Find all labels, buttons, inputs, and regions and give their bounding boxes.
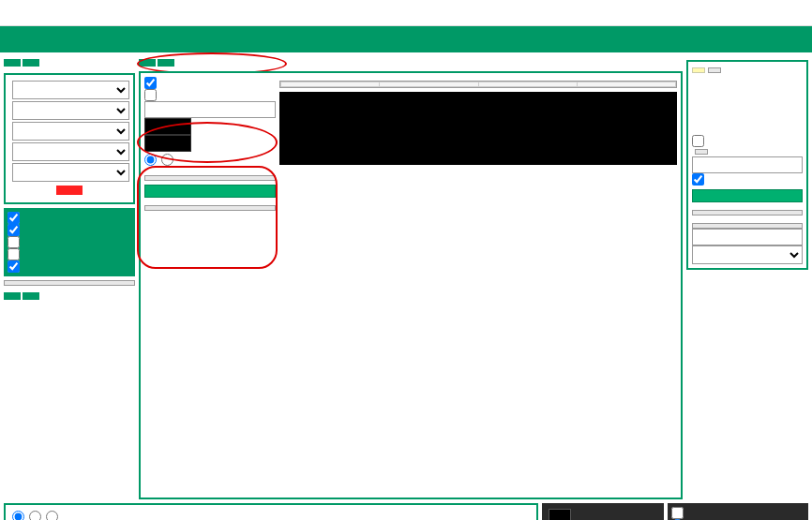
startbyte1-input[interactable] [549, 509, 571, 520]
filter-head-check[interactable] [144, 89, 157, 101]
clear-table-button[interactable] [144, 175, 276, 181]
clear-filter-button[interactable] [695, 149, 708, 155]
showtime-check[interactable] [8, 236, 20, 248]
baud-select[interactable] [12, 101, 129, 120]
save-data-button[interactable] [692, 210, 803, 215]
minimize-button[interactable] [694, 0, 731, 26]
close-button[interactable] [769, 0, 806, 26]
tab-server[interactable] [23, 59, 39, 67]
encoding-select[interactable] [692, 245, 803, 264]
find-keyword-button[interactable] [692, 189, 803, 202]
big-endian-radio[interactable] [144, 154, 157, 166]
pause-send-button[interactable] [4, 280, 135, 286]
rel-pos-input[interactable] [144, 118, 191, 135]
filter-head-input[interactable] [144, 101, 276, 118]
result-table [280, 82, 676, 87]
display-options [4, 208, 135, 276]
com-settings [4, 73, 135, 204]
onlydata-check[interactable] [8, 260, 20, 273]
only-low-radio[interactable] [12, 511, 24, 520]
pause-analyse-button[interactable] [144, 185, 276, 198]
tab-check-set[interactable] [23, 292, 39, 300]
stopbits-select[interactable] [12, 163, 129, 182]
tab-field-parse[interactable] [158, 59, 174, 67]
maximize-button[interactable] [731, 0, 769, 26]
com-select[interactable] [12, 81, 129, 99]
low-high-radio[interactable] [46, 511, 58, 520]
showdate-check[interactable] [8, 248, 20, 260]
th-seq [281, 82, 380, 87]
result-table-wrap[interactable] [279, 81, 677, 88]
high-low-radio[interactable] [29, 511, 41, 520]
debug-console[interactable] [279, 92, 677, 165]
auto-clear-rx-check[interactable] [692, 135, 704, 147]
save-path-input[interactable] [692, 229, 803, 245]
parity-select[interactable] [12, 142, 129, 161]
len-bytes-input[interactable] [144, 135, 191, 152]
th-raw [380, 82, 478, 87]
clear-debug-button[interactable] [144, 205, 276, 211]
th-hex [478, 82, 577, 87]
tab-send-area[interactable] [4, 292, 21, 300]
tab-data-recv[interactable] [139, 59, 156, 67]
th-dec [577, 82, 675, 87]
enable-parse-check[interactable] [144, 77, 157, 89]
auto-inc-check[interactable] [671, 507, 684, 519]
close-port-button[interactable] [56, 186, 83, 195]
showsend-check[interactable] [8, 224, 20, 236]
tab-com[interactable] [4, 59, 21, 67]
pause-display-button[interactable] [692, 67, 705, 73]
highlight-check[interactable] [692, 173, 704, 186]
databits-select[interactable] [12, 122, 129, 141]
clear-recv-button[interactable] [708, 67, 721, 73]
filter-keyword-input[interactable] [692, 156, 803, 173]
autowrap-check[interactable] [8, 212, 20, 224]
little-endian-radio[interactable] [161, 154, 173, 166]
